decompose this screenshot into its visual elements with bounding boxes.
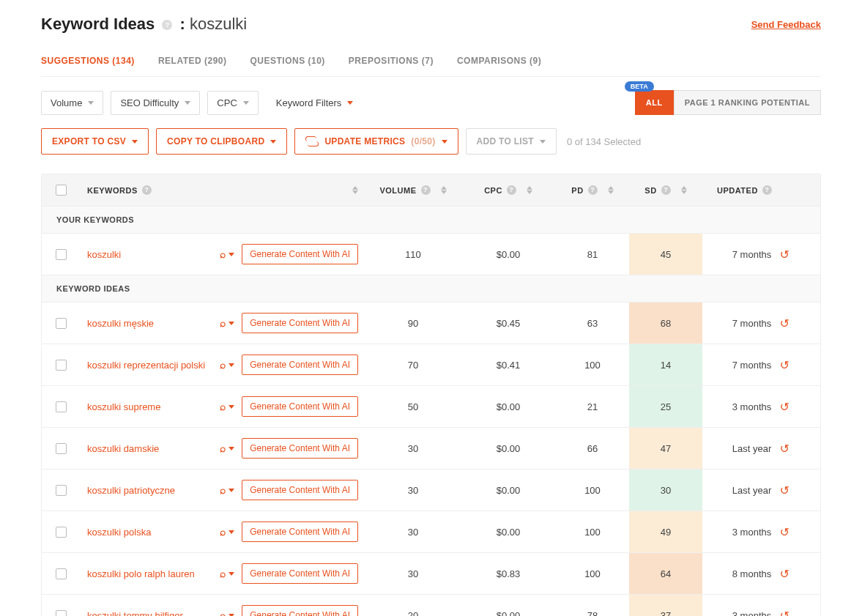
keyword-search-icon[interactable]: ⌕ — [220, 317, 234, 329]
keyword-link[interactable]: koszulki męskie — [87, 318, 220, 329]
cell-volume: 90 — [365, 303, 461, 344]
copy-clipboard-button[interactable]: COPY TO CLIPBOARD — [156, 128, 287, 155]
help-icon[interactable]: ? — [588, 185, 598, 195]
table-row: koszulki polo ralph lauren⌕Generate Cont… — [42, 553, 820, 595]
refresh-icon[interactable]: ↻ — [780, 609, 789, 617]
generate-content-button[interactable]: Generate Content With AI — [242, 522, 358, 542]
cell-cpc: $0.45 — [461, 303, 556, 344]
generate-content-button[interactable]: Generate Content With AI — [242, 605, 358, 616]
keyword-link[interactable]: koszulki polo ralph lauren — [87, 568, 220, 579]
cell-updated: 3 months↻ — [702, 595, 820, 616]
sort-icon[interactable] — [441, 186, 447, 194]
generate-content-button[interactable]: Generate Content With AI — [242, 396, 358, 417]
generate-content-button[interactable]: Generate Content With AI — [242, 313, 358, 333]
generate-content-button[interactable]: Generate Content With AI — [242, 438, 358, 459]
cell-sd: 49 — [629, 511, 702, 552]
column-updated[interactable]: UPDATED ? — [702, 174, 820, 206]
table-header: KEYWORDS ? VOLUME ? CPC ? PD ? SD ? — [42, 174, 820, 207]
help-icon[interactable]: ? — [162, 20, 172, 30]
row-checkbox[interactable] — [56, 360, 67, 371]
sort-icon[interactable] — [608, 186, 614, 194]
refresh-icon[interactable]: ↻ — [780, 525, 789, 539]
generate-content-button[interactable]: Generate Content With AI — [242, 480, 358, 500]
keyword-search-icon[interactable]: ⌕ — [220, 609, 234, 616]
generate-content-button[interactable]: Generate Content With AI — [242, 244, 358, 264]
cell-updated: 8 months↻ — [702, 553, 820, 594]
keyword-link[interactable]: koszulki patriotyczne — [87, 485, 220, 496]
row-checkbox[interactable] — [56, 485, 67, 496]
refresh-icon[interactable]: ↻ — [780, 567, 789, 581]
keyword-search-icon[interactable]: ⌕ — [220, 248, 234, 260]
keyword-link[interactable]: koszulki — [87, 249, 220, 260]
export-csv-button[interactable]: EXPORT TO CSV — [41, 128, 149, 155]
volume-dropdown[interactable]: Volume — [41, 91, 103, 115]
tab[interactable]: COMPARISONS (9) — [457, 56, 541, 76]
cell-pd: 78 — [556, 595, 629, 616]
keyword-link[interactable]: koszulki supreme — [87, 401, 220, 412]
sort-icon[interactable] — [527, 186, 532, 194]
sort-icon[interactable] — [681, 186, 687, 194]
keyword-link[interactable]: koszulki polska — [87, 527, 220, 538]
select-all-checkbox[interactable] — [56, 185, 67, 196]
column-keywords[interactable]: KEYWORDS ? — [80, 174, 365, 206]
cell-updated: Last year↻ — [702, 470, 820, 511]
row-checkbox[interactable] — [56, 568, 67, 579]
page-title: Keyword Ideas ? : koszulki — [41, 15, 247, 34]
row-checkbox[interactable] — [56, 318, 67, 329]
row-checkbox[interactable] — [56, 443, 67, 454]
keyword-link[interactable]: koszulki tommy hilfiger — [87, 610, 220, 617]
add-to-list-button[interactable]: ADD TO LIST — [466, 128, 557, 155]
row-checkbox[interactable] — [56, 527, 67, 538]
cell-sd: 47 — [629, 428, 702, 469]
keyword-search-icon[interactable]: ⌕ — [220, 484, 234, 496]
row-checkbox[interactable] — [56, 249, 67, 260]
refresh-icon[interactable]: ↻ — [780, 316, 789, 330]
refresh-icon[interactable]: ↻ — [780, 483, 789, 497]
tab[interactable]: PREPOSITIONS (7) — [349, 56, 434, 76]
keyword-search-icon[interactable]: ⌕ — [220, 526, 234, 538]
refresh-icon[interactable]: ↻ — [780, 400, 789, 414]
column-volume[interactable]: VOLUME ? — [365, 174, 461, 206]
cell-sd: 37 — [629, 595, 702, 616]
chevron-down-icon — [185, 101, 190, 105]
tab[interactable]: RELATED (290) — [158, 56, 227, 76]
help-icon[interactable]: ? — [507, 185, 516, 195]
tab[interactable]: SUGGESTIONS (134) — [41, 56, 135, 76]
cell-cpc: $0.00 — [461, 234, 556, 275]
tab[interactable]: QUESTIONS (10) — [250, 56, 325, 76]
cell-cpc: $0.83 — [461, 553, 556, 594]
keyword-search-icon[interactable]: ⌕ — [220, 401, 234, 412]
cell-pd: 100 — [556, 344, 629, 385]
refresh-icon[interactable]: ↻ — [780, 358, 789, 372]
keyword-filters-dropdown[interactable]: Keyword Filters — [276, 97, 354, 108]
refresh-icon[interactable]: ↻ — [780, 248, 789, 261]
column-pd[interactable]: PD ? — [556, 174, 629, 206]
filter-ranking-potential-button[interactable]: PAGE 1 RANKING POTENTIAL — [674, 90, 821, 115]
generate-content-button[interactable]: Generate Content With AI — [242, 355, 358, 375]
cpc-dropdown[interactable]: CPC — [207, 91, 258, 115]
selected-count: 0 of 134 Selected — [567, 136, 641, 147]
keyword-search-icon[interactable]: ⌕ — [220, 442, 234, 454]
refresh-icon[interactable]: ↻ — [780, 442, 789, 456]
row-checkbox[interactable] — [56, 401, 67, 412]
filter-all-button[interactable]: ALL — [635, 90, 674, 115]
column-sd[interactable]: SD ? — [629, 174, 702, 206]
keyword-link[interactable]: koszulki damskie — [87, 443, 220, 454]
chevron-down-icon — [132, 140, 138, 144]
row-checkbox[interactable] — [56, 610, 67, 617]
keyword-search-icon[interactable]: ⌕ — [220, 568, 234, 579]
chevron-down-icon — [347, 101, 353, 105]
send-feedback-link[interactable]: Send Feedback — [751, 19, 821, 30]
help-icon[interactable]: ? — [421, 185, 431, 195]
help-icon[interactable]: ? — [142, 185, 152, 195]
help-icon[interactable]: ? — [661, 185, 671, 195]
column-cpc[interactable]: CPC ? — [461, 174, 556, 206]
generate-content-button[interactable]: Generate Content With AI — [242, 563, 358, 584]
help-icon[interactable]: ? — [762, 185, 772, 195]
keyword-search-icon[interactable]: ⌕ — [220, 359, 234, 371]
keyword-link[interactable]: koszulki reprezentacji polski — [87, 360, 220, 371]
update-metrics-button[interactable]: UPDATE METRICS (0/50) — [294, 128, 458, 155]
cell-volume: 110 — [365, 234, 461, 275]
sort-icon[interactable] — [352, 186, 358, 194]
seo-difficulty-dropdown[interactable]: SEO Difficulty — [111, 91, 200, 115]
